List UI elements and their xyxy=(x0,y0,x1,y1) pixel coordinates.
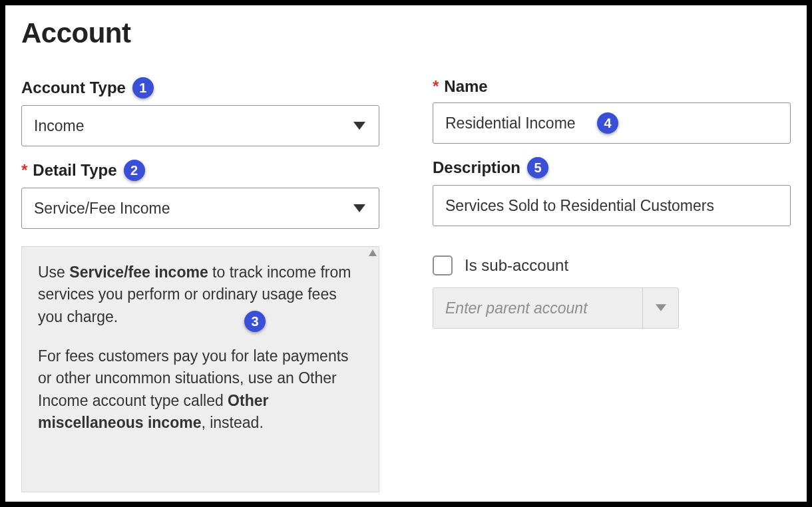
account-type-label: Account Type xyxy=(21,79,126,97)
annotation-badge-1: 1 xyxy=(132,77,154,98)
caret-down-icon xyxy=(353,122,365,130)
form-columns: Account Type 1 Income * Detail Type 2 xyxy=(21,77,791,492)
annotation-badge-5: 5 xyxy=(527,157,548,178)
left-column: Account Type 1 Income * Detail Type 2 xyxy=(21,77,379,492)
detail-type-label: Detail Type xyxy=(33,161,116,180)
caret-down-icon xyxy=(656,302,666,314)
caret-down-icon xyxy=(353,204,365,212)
svg-marker-1 xyxy=(353,204,365,212)
svg-marker-0 xyxy=(353,122,365,130)
subaccount-row: Is sub-account xyxy=(433,255,791,275)
annotation-badge-3: 3 xyxy=(244,311,266,332)
parent-account-select[interactable]: Enter parent account xyxy=(433,287,679,329)
description-input[interactable] xyxy=(445,197,778,215)
page-title: Account xyxy=(21,17,791,49)
parent-account-dropdown-button[interactable] xyxy=(642,288,678,328)
detail-type-help-box: Use Service/fee income to track income f… xyxy=(21,246,379,492)
annotation-badge-2: 2 xyxy=(124,160,145,181)
detail-type-value: Service/Fee Income xyxy=(34,200,170,218)
required-asterisk: * xyxy=(21,161,27,180)
parent-account-placeholder: Enter parent account xyxy=(433,288,642,328)
name-input-wrapper: 4 xyxy=(433,102,791,144)
help-paragraph-1: Use Service/fee income to track income f… xyxy=(38,261,363,328)
account-type-value: Income xyxy=(34,117,84,135)
detail-type-select[interactable]: Service/Fee Income xyxy=(21,188,379,229)
detail-type-field: * Detail Type 2 Service/Fee Income xyxy=(21,160,379,229)
annotation-badge-4: 4 xyxy=(597,112,618,134)
scroll-up-icon[interactable] xyxy=(369,250,377,256)
right-column: * Name 4 Description 5 Is su xyxy=(433,77,791,492)
required-asterisk: * xyxy=(433,77,439,96)
svg-marker-2 xyxy=(656,304,666,311)
description-label: Description xyxy=(433,158,520,177)
name-label: Name xyxy=(444,77,487,96)
name-field: * Name 4 xyxy=(433,77,791,144)
account-panel: Account Account Type 1 Income * xyxy=(5,5,807,502)
help-paragraph-2: For fees customers pay you for late paym… xyxy=(38,345,363,434)
subaccount-checkbox[interactable] xyxy=(433,255,453,275)
description-input-wrapper xyxy=(433,185,791,226)
account-type-select[interactable]: Income xyxy=(21,105,379,146)
account-type-field: Account Type 1 Income xyxy=(21,77,379,146)
description-field: Description 5 xyxy=(433,157,791,226)
subaccount-label: Is sub-account xyxy=(465,256,568,275)
